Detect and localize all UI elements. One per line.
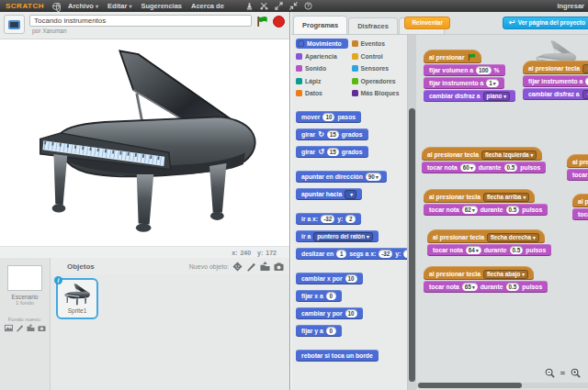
category-apariencia[interactable]: Apariencia (296, 51, 352, 61)
number-input[interactable]: 0.5 (506, 206, 520, 214)
block-deslizar-en[interactable]: deslizar en1segs a x:-32y:2 (296, 248, 408, 260)
block-al-presionar-tecla[interactable]: al presionar teclaflecha derecha (427, 229, 545, 243)
block-tocar-nota[interactable]: tocar nota65durante0.5pulsos (424, 281, 548, 293)
number-input[interactable]: 0 (326, 292, 336, 300)
zoom-reset-icon[interactable]: = (560, 369, 565, 378)
language-globe-icon[interactable] (52, 3, 60, 10)
tab-disfraces[interactable]: Disfraces (348, 17, 398, 34)
block-girar[interactable]: girar↻15grados (296, 128, 368, 140)
category-movimiento[interactable]: Movimiento (296, 39, 348, 49)
scissors-icon[interactable] (260, 2, 268, 10)
menu-item-editar[interactable]: Editar ▾ (107, 2, 131, 10)
script-stack[interactable]: al presionar teclaflecha abajotocar nota… (424, 266, 548, 294)
number-dropdown[interactable]: 90 (366, 173, 381, 181)
number-input[interactable]: -32 (379, 250, 392, 258)
number-input[interactable]: 15 (327, 148, 339, 156)
sprite-library-icon[interactable] (232, 262, 243, 272)
grow-icon[interactable] (275, 2, 283, 10)
block-tocar-nota[interactable]: tocar nota60durante0.5pulsos (422, 162, 546, 173)
number-input[interactable]: 0.5 (504, 163, 518, 172)
tab-programas[interactable]: Programas (293, 16, 347, 34)
menu-dropdown[interactable]: flecha abajo (483, 270, 528, 279)
script-stack[interactable]: al presionarfijar volumen a100%fijar ins… (424, 50, 515, 103)
block-girar[interactable]: girar↺15grados (296, 146, 368, 158)
upload-backdrop-icon[interactable] (27, 324, 35, 332)
backdrop-library-icon[interactable] (5, 324, 13, 332)
script-stack[interactable]: al presionar teclatocar notadurantepulso… (572, 194, 588, 221)
menu-dropdown[interactable]: puntero del ratón (313, 232, 373, 241)
green-flag-button[interactable] (256, 16, 268, 28)
paint-sprite-icon[interactable] (246, 262, 256, 272)
view-project-page-button[interactable]: ↩ Ver página del proyecto (503, 17, 588, 29)
login-link[interactable]: Ingresar (557, 2, 584, 10)
block-fijar-y-a[interactable]: fijar y a0 (296, 325, 342, 337)
scripts-hscrollbar-thumb[interactable] (418, 383, 522, 388)
block-tocar-nota[interactable]: tocar notadurantepulsos (567, 169, 588, 181)
block-fijar-instrumento-a[interactable]: fijar instrumento a1 (523, 75, 588, 87)
camera-sprite-icon[interactable] (274, 262, 284, 272)
camera-backdrop-icon[interactable] (38, 324, 46, 332)
block-al-presionar-tecla[interactable]: al presionar tecla (567, 154, 588, 168)
sprite-tile-sprite1[interactable]: i Sprite1 (56, 278, 98, 319)
block-al-presionar-tecla[interactable]: al presionar tecla (523, 61, 588, 74)
stop-button[interactable] (273, 16, 285, 28)
shrink-icon[interactable] (289, 2, 298, 10)
number-dropdown[interactable]: 65 (462, 283, 478, 291)
number-input[interactable]: 0.5 (506, 283, 520, 291)
remix-button[interactable]: Reinventar (404, 17, 450, 29)
script-stack[interactable]: al presionar teclaflecha arribatocar not… (424, 189, 548, 217)
category-control[interactable]: Control (352, 51, 408, 61)
zoom-out-icon[interactable] (545, 368, 555, 378)
block-ir-a[interactable]: ir apuntero del ratón (296, 230, 379, 242)
menu-dropdown[interactable] (582, 90, 588, 99)
block-tocar-nota[interactable]: tocar nota64durante0.5pulsos (427, 244, 551, 256)
zoom-in-icon[interactable] (571, 368, 581, 378)
stage[interactable] (0, 39, 289, 246)
project-title-input[interactable]: Tocando instrumentos (29, 15, 252, 27)
stamp-icon[interactable] (245, 2, 254, 10)
palette-scrollbar[interactable] (408, 35, 416, 390)
number-input[interactable]: 10 (345, 309, 357, 318)
number-input[interactable]: 0.5 (510, 246, 524, 254)
category-lápiz[interactable]: Lápiz (296, 76, 352, 86)
menu-item-acerca-de[interactable]: Acerca de (191, 2, 224, 10)
menu-dropdown[interactable] (582, 64, 588, 73)
block-cambiar-y-por[interactable]: cambiar y por10 (296, 307, 363, 319)
menu-item-archivo[interactable]: Archivo ▾ (68, 2, 98, 10)
paint-backdrop-icon[interactable] (16, 324, 24, 332)
block-apuntar-hacia[interactable]: apuntar hacia (296, 188, 362, 200)
category-datos[interactable]: Datos (296, 88, 352, 98)
block-al-presionar-tecla[interactable]: al presionar teclaflecha arriba (424, 189, 535, 203)
palette-scrollbar-thumb[interactable] (409, 108, 415, 382)
block-cambiar-disfraz-a[interactable]: cambiar disfraz apiano (424, 90, 515, 102)
menu-dropdown[interactable] (345, 190, 356, 199)
block-fijar-x-a[interactable]: fijar x a0 (296, 290, 342, 302)
number-input[interactable]: 0 (326, 327, 336, 335)
help-icon[interactable]: ? (304, 2, 312, 10)
block-fijar-instrumento-a[interactable]: fijar instrumento a1 (424, 77, 504, 89)
number-input[interactable]: 1 (336, 250, 346, 258)
number-input[interactable]: -32 (321, 215, 334, 223)
sprite-info-badge[interactable]: i (54, 276, 62, 284)
category-más-bloques[interactable]: Más Bloques (352, 88, 408, 98)
number-input[interactable]: 15 (327, 130, 339, 139)
piano-sprite-on-stage[interactable] (7, 46, 283, 240)
block-al-presionar-tecla[interactable]: al presionar teclaflecha abajo (424, 266, 534, 280)
number-dropdown[interactable]: 62 (462, 206, 478, 214)
category-sensores[interactable]: Sensores (352, 63, 408, 73)
scratch-logo[interactable]: SCRATCH (6, 2, 44, 10)
script-stack[interactable]: al presionar teclatocar notadurantepulso… (567, 154, 588, 182)
block-tocar-nota[interactable]: tocar notadurantepulsos (572, 208, 588, 220)
upload-sprite-icon[interactable] (260, 262, 270, 272)
menu-item-sugerencias[interactable]: Sugerencias (141, 2, 182, 10)
block-mover[interactable]: mover10pasos (296, 111, 361, 123)
category-operadores[interactable]: Operadores (352, 76, 408, 86)
menu-dropdown[interactable]: flecha derecha (487, 233, 539, 242)
number-input[interactable]: 10 (322, 113, 334, 121)
block-fijar-volumen-a[interactable]: fijar volumen a100% (424, 64, 505, 76)
category-sonido[interactable]: Sonido (296, 63, 352, 73)
script-stack[interactable]: al presionar teclaflecha izquierdatocar … (422, 147, 546, 174)
number-dropdown[interactable]: 1 (486, 79, 498, 87)
block-al-presionar-tecla[interactable]: al presionar teclaflecha izquierda (422, 147, 542, 161)
script-stack[interactable]: al presionar teclaflecha derechatocar no… (427, 229, 551, 257)
